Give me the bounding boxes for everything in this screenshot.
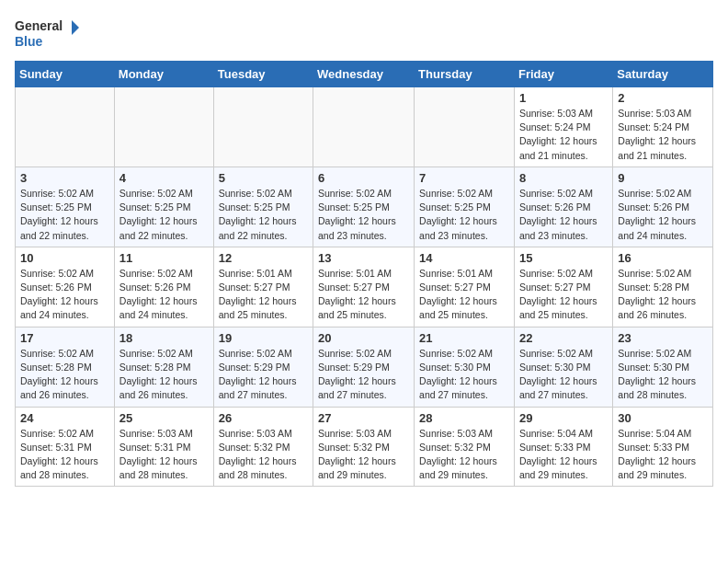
day-number: 11 (119, 251, 209, 265)
calendar: SundayMondayTuesdayWednesdayThursdayFrid… (15, 61, 713, 487)
weekday-header-thursday: Thursday (415, 62, 515, 87)
calendar-cell (213, 87, 313, 167)
day-info: Sunrise: 5:02 AM Sunset: 5:30 PM Dayligh… (519, 347, 608, 403)
day-number: 26 (219, 411, 308, 425)
calendar-cell: 6Sunrise: 5:02 AM Sunset: 5:25 PM Daylig… (313, 167, 415, 247)
calendar-cell: 10Sunrise: 5:02 AM Sunset: 5:26 PM Dayli… (16, 247, 115, 327)
day-number: 14 (419, 251, 509, 265)
svg-text:Blue: Blue (15, 34, 43, 49)
day-info: Sunrise: 5:02 AM Sunset: 5:28 PM Dayligh… (618, 267, 708, 323)
day-info: Sunrise: 5:02 AM Sunset: 5:28 PM Dayligh… (20, 347, 109, 403)
calendar-cell (313, 87, 415, 167)
day-info: Sunrise: 5:03 AM Sunset: 5:24 PM Dayligh… (519, 107, 608, 163)
day-info: Sunrise: 5:03 AM Sunset: 5:32 PM Dayligh… (419, 427, 509, 483)
day-number: 17 (20, 331, 109, 345)
day-number: 18 (119, 331, 209, 345)
weekday-header-monday: Monday (114, 62, 213, 87)
week-row-3: 10Sunrise: 5:02 AM Sunset: 5:26 PM Dayli… (16, 247, 713, 327)
calendar-cell: 29Sunrise: 5:04 AM Sunset: 5:33 PM Dayli… (514, 407, 612, 487)
day-info: Sunrise: 5:02 AM Sunset: 5:26 PM Dayligh… (618, 187, 708, 243)
calendar-cell: 9Sunrise: 5:02 AM Sunset: 5:26 PM Daylig… (613, 167, 713, 247)
svg-text:General: General (15, 18, 63, 33)
svg-marker-2 (72, 20, 79, 35)
day-info: Sunrise: 5:02 AM Sunset: 5:30 PM Dayligh… (419, 347, 509, 403)
day-number: 29 (519, 411, 608, 425)
calendar-cell: 16Sunrise: 5:02 AM Sunset: 5:28 PM Dayli… (613, 247, 713, 327)
calendar-cell: 12Sunrise: 5:01 AM Sunset: 5:27 PM Dayli… (213, 247, 313, 327)
calendar-cell: 22Sunrise: 5:02 AM Sunset: 5:30 PM Dayli… (514, 327, 612, 407)
day-number: 7 (419, 171, 509, 185)
day-number: 13 (318, 251, 409, 265)
day-number: 3 (20, 171, 109, 185)
day-info: Sunrise: 5:02 AM Sunset: 5:30 PM Dayligh… (618, 347, 708, 403)
day-info: Sunrise: 5:03 AM Sunset: 5:31 PM Dayligh… (119, 427, 209, 483)
calendar-cell (415, 87, 515, 167)
day-info: Sunrise: 5:02 AM Sunset: 5:26 PM Dayligh… (119, 267, 209, 323)
weekday-header-saturday: Saturday (613, 62, 713, 87)
calendar-cell: 17Sunrise: 5:02 AM Sunset: 5:28 PM Dayli… (16, 327, 115, 407)
day-number: 15 (519, 251, 608, 265)
day-info: Sunrise: 5:02 AM Sunset: 5:25 PM Dayligh… (219, 187, 308, 243)
day-info: Sunrise: 5:02 AM Sunset: 5:25 PM Dayligh… (20, 187, 109, 243)
day-number: 9 (618, 171, 708, 185)
day-info: Sunrise: 5:04 AM Sunset: 5:33 PM Dayligh… (618, 427, 708, 483)
day-info: Sunrise: 5:02 AM Sunset: 5:27 PM Dayligh… (519, 267, 608, 323)
day-info: Sunrise: 5:02 AM Sunset: 5:25 PM Dayligh… (419, 187, 509, 243)
calendar-cell: 13Sunrise: 5:01 AM Sunset: 5:27 PM Dayli… (313, 247, 415, 327)
day-number: 24 (20, 411, 109, 425)
week-row-4: 17Sunrise: 5:02 AM Sunset: 5:28 PM Dayli… (16, 327, 713, 407)
calendar-cell: 3Sunrise: 5:02 AM Sunset: 5:25 PM Daylig… (16, 167, 115, 247)
calendar-cell (16, 87, 115, 167)
week-row-2: 3Sunrise: 5:02 AM Sunset: 5:25 PM Daylig… (16, 167, 713, 247)
day-info: Sunrise: 5:04 AM Sunset: 5:33 PM Dayligh… (519, 427, 608, 483)
calendar-cell: 15Sunrise: 5:02 AM Sunset: 5:27 PM Dayli… (514, 247, 612, 327)
day-info: Sunrise: 5:02 AM Sunset: 5:29 PM Dayligh… (318, 347, 409, 403)
day-number: 5 (219, 171, 308, 185)
day-number: 25 (119, 411, 209, 425)
day-number: 27 (318, 411, 409, 425)
day-number: 20 (318, 331, 409, 345)
page: General Blue SundayMondayTuesdayWednesda… (0, 0, 728, 501)
calendar-cell: 2Sunrise: 5:03 AM Sunset: 5:24 PM Daylig… (613, 87, 713, 167)
weekday-header-wednesday: Wednesday (313, 62, 415, 87)
calendar-cell: 24Sunrise: 5:02 AM Sunset: 5:31 PM Dayli… (16, 407, 115, 487)
day-number: 21 (419, 331, 509, 345)
calendar-cell: 7Sunrise: 5:02 AM Sunset: 5:25 PM Daylig… (415, 167, 515, 247)
logo: General Blue (15, 15, 79, 52)
logo-svg: General Blue (15, 15, 79, 52)
calendar-cell: 5Sunrise: 5:02 AM Sunset: 5:25 PM Daylig… (213, 167, 313, 247)
day-info: Sunrise: 5:03 AM Sunset: 5:24 PM Dayligh… (618, 107, 708, 163)
calendar-cell: 27Sunrise: 5:03 AM Sunset: 5:32 PM Dayli… (313, 407, 415, 487)
day-number: 30 (618, 411, 708, 425)
week-row-1: 1Sunrise: 5:03 AM Sunset: 5:24 PM Daylig… (16, 87, 713, 167)
day-number: 22 (519, 331, 608, 345)
day-number: 16 (618, 251, 708, 265)
day-number: 10 (20, 251, 109, 265)
calendar-cell: 30Sunrise: 5:04 AM Sunset: 5:33 PM Dayli… (613, 407, 713, 487)
day-info: Sunrise: 5:01 AM Sunset: 5:27 PM Dayligh… (419, 267, 509, 323)
weekday-header-row: SundayMondayTuesdayWednesdayThursdayFrid… (16, 62, 713, 87)
day-info: Sunrise: 5:01 AM Sunset: 5:27 PM Dayligh… (318, 267, 409, 323)
day-info: Sunrise: 5:02 AM Sunset: 5:31 PM Dayligh… (20, 427, 109, 483)
header: General Blue (15, 15, 713, 52)
day-number: 4 (119, 171, 209, 185)
calendar-cell: 26Sunrise: 5:03 AM Sunset: 5:32 PM Dayli… (213, 407, 313, 487)
day-info: Sunrise: 5:02 AM Sunset: 5:25 PM Dayligh… (318, 187, 409, 243)
day-number: 23 (618, 331, 708, 345)
calendar-cell: 19Sunrise: 5:02 AM Sunset: 5:29 PM Dayli… (213, 327, 313, 407)
day-number: 8 (519, 171, 608, 185)
day-info: Sunrise: 5:01 AM Sunset: 5:27 PM Dayligh… (219, 267, 308, 323)
day-number: 12 (219, 251, 308, 265)
day-info: Sunrise: 5:02 AM Sunset: 5:26 PM Dayligh… (519, 187, 608, 243)
calendar-cell: 8Sunrise: 5:02 AM Sunset: 5:26 PM Daylig… (514, 167, 612, 247)
calendar-cell: 11Sunrise: 5:02 AM Sunset: 5:26 PM Dayli… (114, 247, 213, 327)
day-number: 1 (519, 91, 608, 105)
day-info: Sunrise: 5:03 AM Sunset: 5:32 PM Dayligh… (219, 427, 308, 483)
calendar-cell: 21Sunrise: 5:02 AM Sunset: 5:30 PM Dayli… (415, 327, 515, 407)
calendar-cell (114, 87, 213, 167)
day-number: 19 (219, 331, 308, 345)
calendar-cell: 25Sunrise: 5:03 AM Sunset: 5:31 PM Dayli… (114, 407, 213, 487)
weekday-header-friday: Friday (514, 62, 612, 87)
week-row-5: 24Sunrise: 5:02 AM Sunset: 5:31 PM Dayli… (16, 407, 713, 487)
day-info: Sunrise: 5:03 AM Sunset: 5:32 PM Dayligh… (318, 427, 409, 483)
